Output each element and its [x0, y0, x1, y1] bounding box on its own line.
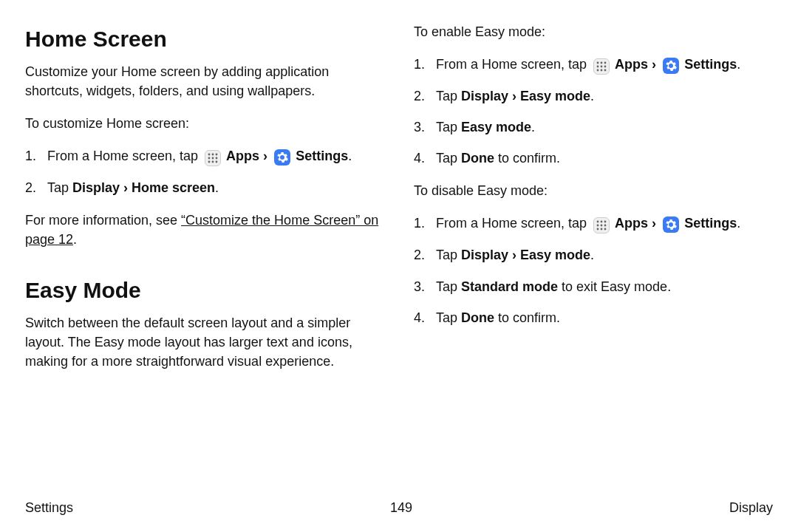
disable-intro: To disable Easy mode: — [414, 181, 773, 200]
svg-point-22 — [601, 225, 603, 227]
footer-left: Settings — [25, 500, 73, 516]
settings-icon — [663, 58, 679, 74]
svg-point-17 — [604, 69, 607, 72]
svg-point-4 — [212, 157, 214, 160]
enable-step-2: Tap Display › Easy mode. — [414, 86, 773, 106]
disable-step-2: Tap Display › Easy mode. — [414, 245, 773, 265]
apps-icon — [593, 217, 610, 233]
svg-point-19 — [601, 221, 603, 223]
svg-point-6 — [208, 161, 211, 163]
footer-right: Display — [729, 500, 773, 516]
disable-step-1: From a Home screen, tap Apps › Settings. — [414, 214, 773, 233]
svg-point-11 — [604, 62, 607, 64]
svg-point-0 — [208, 154, 211, 156]
home-screen-desc: Customize your Home screen by adding app… — [25, 62, 384, 100]
svg-point-7 — [212, 161, 214, 163]
svg-point-10 — [601, 62, 603, 64]
step-2: Tap Display › Home screen. — [25, 178, 384, 197]
svg-point-3 — [208, 157, 211, 160]
settings-icon — [663, 216, 679, 233]
svg-point-9 — [597, 62, 599, 64]
svg-point-24 — [597, 228, 599, 231]
svg-point-25 — [601, 228, 603, 231]
footer-page-number: 149 — [390, 500, 412, 516]
svg-point-26 — [604, 228, 607, 231]
heading-home-screen: Home Screen — [25, 27, 384, 52]
svg-point-1 — [212, 154, 214, 156]
svg-point-2 — [216, 154, 218, 156]
enable-intro: To enable Easy mode: — [414, 22, 773, 41]
enable-step-4: Tap Done to confirm. — [414, 149, 773, 168]
disable-step-3: Tap Standard mode to exit Easy mode. — [414, 277, 773, 296]
step-1: From a Home screen, tap Apps › Settings. — [25, 146, 384, 166]
svg-point-12 — [597, 66, 599, 68]
more-info: For more information, see “Customize the… — [25, 211, 384, 249]
disable-step-4: Tap Done to confirm. — [414, 308, 773, 327]
svg-point-21 — [597, 225, 599, 227]
customize-intro: To customize Home screen: — [25, 114, 384, 133]
easy-mode-desc: Switch between the default screen layout… — [25, 313, 384, 371]
apps-icon — [205, 150, 221, 166]
svg-point-13 — [601, 66, 603, 68]
svg-point-20 — [604, 221, 607, 223]
svg-point-23 — [604, 225, 607, 227]
svg-point-18 — [597, 221, 599, 223]
enable-step-1: From a Home screen, tap Apps › Settings. — [414, 55, 773, 75]
heading-easy-mode: Easy Mode — [25, 278, 384, 303]
svg-point-8 — [216, 161, 218, 163]
svg-point-16 — [601, 69, 603, 72]
enable-step-3: Tap Easy mode. — [414, 117, 773, 137]
settings-icon — [274, 149, 290, 166]
svg-point-5 — [216, 157, 218, 160]
svg-point-14 — [604, 66, 607, 68]
svg-point-15 — [597, 69, 599, 72]
apps-icon — [593, 58, 610, 75]
